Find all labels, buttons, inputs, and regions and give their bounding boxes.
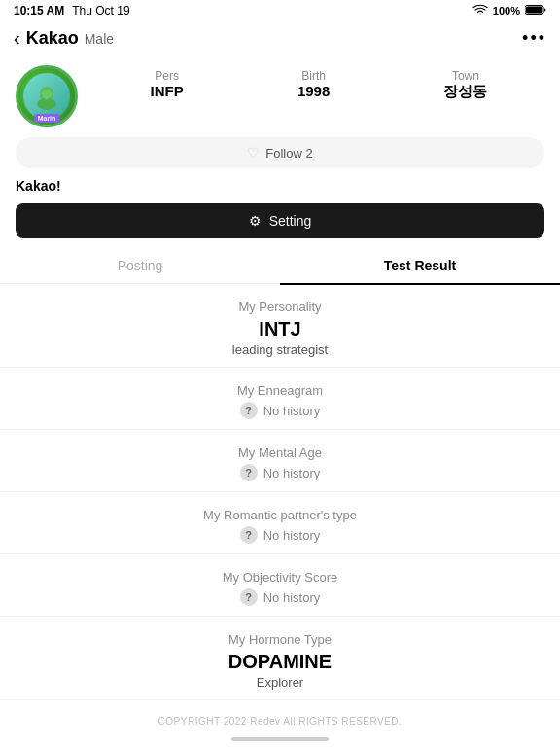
tab-posting-label: Posting [118,258,163,273]
objectivity-title: My Objectivity Score [16,570,544,585]
result-objectivity: My Objectivity Score ? No history [0,554,560,617]
status-time: 10:15 AM [14,4,64,18]
enneagram-no-history-text: No history [263,404,321,418]
personality-title: My Personality [16,300,544,314]
personality-sub: leading strategist [16,342,544,357]
back-button[interactable]: ‹ [14,27,20,50]
follow-button[interactable]: ♡ Follow 2 [16,137,544,168]
nav-subtitle: Male [85,31,114,47]
wifi-icon [472,4,488,18]
setting-label: Setting [269,213,312,229]
stat-pers: Pers INFP [151,69,184,99]
hormone-value: DOPAMINE [16,651,544,673]
personality-value: INTJ [16,318,544,340]
heart-icon: ♡ [247,145,260,160]
tab-posting[interactable]: Posting [0,248,280,283]
result-hormone: My Hormone Type DOPAMINE Explorer [0,617,560,700]
home-indicator [231,737,329,741]
follow-button-wrap: ♡ Follow 2 [0,133,560,176]
objectivity-no-history-text: No history [263,590,321,605]
objectivity-help-icon[interactable]: ? [240,588,258,606]
status-bar: 10:15 AM Thu Oct 19 100% [0,0,560,21]
mental-age-no-history-text: No history [263,466,321,480]
status-icons: 100% [472,4,546,18]
mental-age-no-history: ? No history [16,464,544,481]
enneagram-help-icon[interactable]: ? [240,402,258,419]
romantic-help-icon[interactable]: ? [240,526,258,544]
avatar: Marin [16,65,78,127]
enneagram-title: My Enneagram [16,383,544,398]
romantic-no-history: ? No history [16,526,544,544]
svg-rect-1 [526,7,542,14]
copyright-text: COPYRIGHT 2022 Redev All RIGHTS RESERVED… [158,716,402,727]
footer: COPYRIGHT 2022 Redev All RIGHTS RESERVED… [0,700,560,737]
enneagram-no-history: ? No history [16,402,544,419]
result-mental-age: My Mental Age ? No history [0,430,560,492]
battery-percentage: 100% [493,5,520,17]
username: Kakao! [0,176,560,199]
objectivity-no-history: ? No history [16,588,544,606]
hormone-title: My Hormone Type [16,632,544,647]
avatar-image [23,73,70,120]
gear-icon: ⚙ [249,213,262,229]
profile-section: Marin Pers INFP Birth 1998 Town 장성동 [0,55,560,133]
follow-label: Follow 2 [265,146,312,160]
result-personality: My Personality INTJ leading strategist [0,284,560,368]
birth-value: 1998 [298,83,330,99]
mental-age-title: My Mental Age [16,445,544,460]
result-enneagram: My Enneagram ? No history [0,368,560,430]
stat-town: Town 장성동 [443,69,487,101]
mental-age-help-icon[interactable]: ? [240,464,258,481]
more-menu-button[interactable]: ••• [522,28,546,49]
tabs: Posting Test Result [0,248,560,284]
avatar-badge: Marin [34,114,60,123]
content-area: My Personality INTJ leading strategist M… [0,284,560,737]
town-value: 장성동 [443,83,487,101]
tab-test-result[interactable]: Test Result [280,248,560,283]
pers-label: Pers [151,69,184,83]
hormone-sub: Explorer [16,675,544,690]
nav-bar: ‹ Kakao Male ••• [0,21,560,55]
setting-button-wrap: ⚙ Setting [0,199,560,248]
pers-value: INFP [151,83,184,99]
romantic-no-history-text: No history [263,528,321,543]
stat-birth: Birth 1998 [298,69,330,99]
status-date: Thu Oct 19 [72,4,129,18]
setting-button[interactable]: ⚙ Setting [16,203,544,238]
profile-stats: Pers INFP Birth 1998 Town 장성동 [93,65,544,101]
battery-icon [525,4,546,18]
result-romantic: My Romantic partner's type ? No history [0,492,560,554]
nav-title: Kakao [26,28,79,49]
town-label: Town [443,69,487,83]
romantic-title: My Romantic partner's type [16,508,544,522]
tab-test-result-label: Test Result [384,258,456,273]
birth-label: Birth [298,69,330,83]
